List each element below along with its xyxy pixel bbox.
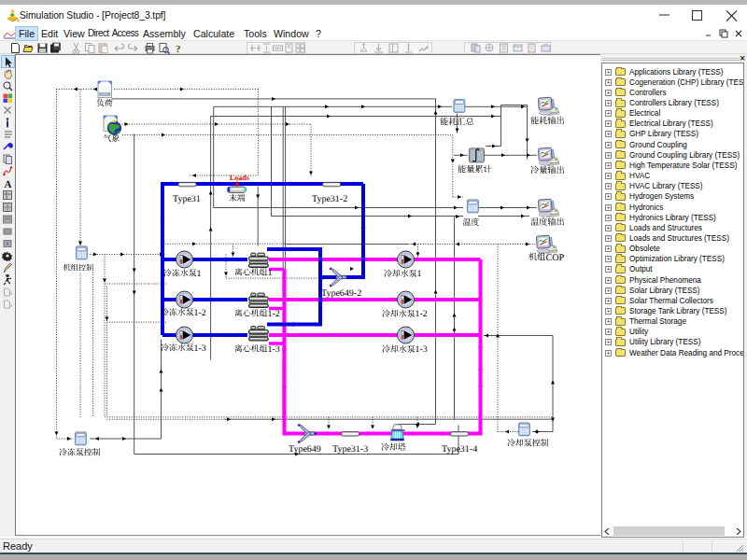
svg-text:1-3: 1-3 xyxy=(416,344,428,355)
svg-text:A: A xyxy=(5,179,12,189)
svg-text:1: 1 xyxy=(197,269,202,279)
svg-text:COP: COP xyxy=(545,253,564,263)
svg-text:Type31-3: Type31-3 xyxy=(332,444,368,455)
svg-text:Type31-2: Type31-2 xyxy=(312,194,347,204)
svg-text:1: 1 xyxy=(268,268,273,278)
svg-text:Type649-2: Type649-2 xyxy=(321,288,361,299)
svg-text:1-2: 1-2 xyxy=(194,308,206,318)
svg-text:?: ? xyxy=(176,44,181,54)
svg-text:Loads: Loads xyxy=(230,174,249,182)
svg-text:1-2: 1-2 xyxy=(416,309,428,319)
svg-text:1: 1 xyxy=(417,269,422,279)
svg-text:Type31: Type31 xyxy=(173,194,201,204)
svg-text:Type31-4: Type31-4 xyxy=(442,444,477,455)
svg-text:1-3: 1-3 xyxy=(268,344,280,355)
svg-text:1-3: 1-3 xyxy=(194,343,206,354)
svg-text:Type649: Type649 xyxy=(289,444,321,455)
svg-text:1-2: 1-2 xyxy=(268,309,280,319)
